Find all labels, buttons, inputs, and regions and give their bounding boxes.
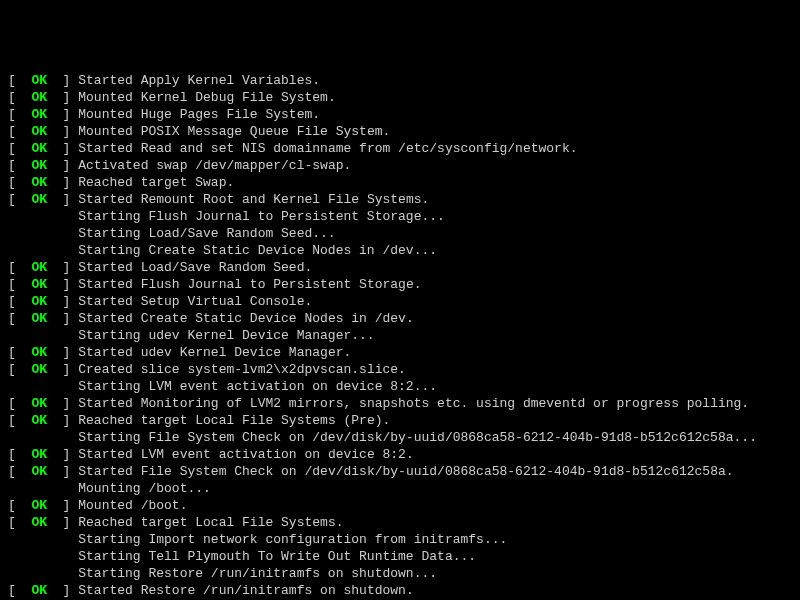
boot-log-line: [ OK ] Started Setup Virtual Console. <box>8 293 792 310</box>
boot-log-line: [ OK ] Started Load/Save Random Seed. <box>8 259 792 276</box>
status-bracket-close: ] <box>47 413 78 428</box>
status-ok: OK <box>31 345 47 360</box>
status-bracket-close: ] <box>47 277 78 292</box>
status-bracket-close: ] <box>47 175 78 190</box>
status-ok: OK <box>31 158 47 173</box>
status-bracket-open: [ <box>8 362 31 377</box>
boot-message: Starting Tell Plymouth To Write Out Runt… <box>78 549 476 564</box>
status-bracket-close: ] <box>47 464 78 479</box>
boot-message: Started Read and set NIS domainname from… <box>78 141 577 156</box>
boot-message: Starting Flush Journal to Persistent Sto… <box>78 209 445 224</box>
boot-message: Activated swap /dev/mapper/cl-swap. <box>78 158 351 173</box>
boot-log-line: [ OK ] Created slice system-lvm2\x2dpvsc… <box>8 361 792 378</box>
status-ok: OK <box>31 277 47 292</box>
boot-message: Mounted POSIX Message Queue File System. <box>78 124 390 139</box>
status-ok: OK <box>31 260 47 275</box>
boot-message: Mounting /boot... <box>78 481 211 496</box>
boot-log-line: [ OK ] Mounted Huge Pages File System. <box>8 106 792 123</box>
boot-message: Mounted Kernel Debug File System. <box>78 90 335 105</box>
status-bracket-close: ] <box>47 260 78 275</box>
status-bracket-close: ] <box>47 141 78 156</box>
boot-message: Started LVM event activation on device 8… <box>78 447 413 462</box>
status-bracket-open: [ <box>8 192 31 207</box>
status-bracket-close: ] <box>47 515 78 530</box>
boot-log-line: Starting Load/Save Random Seed... <box>8 225 792 242</box>
boot-message: Started Apply Kernel Variables. <box>78 73 320 88</box>
boot-message: Created slice system-lvm2\x2dpvscan.slic… <box>78 362 406 377</box>
status-bracket-open: [ <box>8 498 31 513</box>
boot-log-line: [ OK ] Started Restore /run/initramfs on… <box>8 582 792 599</box>
status-bracket-open: [ <box>8 175 31 190</box>
status-bracket-close: ] <box>47 498 78 513</box>
boot-message: Started Create Static Device Nodes in /d… <box>78 311 413 326</box>
boot-message: Started udev Kernel Device Manager. <box>78 345 351 360</box>
status-bracket-open: [ <box>8 413 31 428</box>
status-bracket-close: ] <box>47 90 78 105</box>
status-indent <box>8 549 78 564</box>
boot-message: Started Setup Virtual Console. <box>78 294 312 309</box>
status-bracket-close: ] <box>47 345 78 360</box>
boot-log-line: Starting LVM event activation on device … <box>8 378 792 395</box>
status-ok: OK <box>31 141 47 156</box>
boot-message: Starting LVM event activation on device … <box>78 379 437 394</box>
boot-log-line: [ OK ] Started udev Kernel Device Manage… <box>8 344 792 361</box>
status-ok: OK <box>31 175 47 190</box>
status-bracket-open: [ <box>8 345 31 360</box>
boot-log-line: [ OK ] Mounted /boot. <box>8 497 792 514</box>
boot-log-line: [ OK ] Started Monitoring of LVM2 mirror… <box>8 395 792 412</box>
status-indent <box>8 481 78 496</box>
status-bracket-close: ] <box>47 124 78 139</box>
boot-log-line: Starting Tell Plymouth To Write Out Runt… <box>8 548 792 565</box>
boot-log-line: [ OK ] Started Apply Kernel Variables. <box>8 72 792 89</box>
status-bracket-open: [ <box>8 260 31 275</box>
status-indent <box>8 328 78 343</box>
status-bracket-close: ] <box>47 362 78 377</box>
boot-message: Started Load/Save Random Seed. <box>78 260 312 275</box>
status-bracket-close: ] <box>47 294 78 309</box>
status-bracket-open: [ <box>8 141 31 156</box>
status-bracket-open: [ <box>8 107 31 122</box>
boot-log-line: [ OK ] Started Remount Root and Kernel F… <box>8 191 792 208</box>
status-ok: OK <box>31 124 47 139</box>
boot-log-line: Starting udev Kernel Device Manager... <box>8 327 792 344</box>
status-indent <box>8 243 78 258</box>
boot-message: Started Remount Root and Kernel File Sys… <box>78 192 429 207</box>
status-indent <box>8 379 78 394</box>
boot-log-line: [ OK ] Reached target Local File Systems… <box>8 514 792 531</box>
status-ok: OK <box>31 447 47 462</box>
boot-message: Reached target Local File Systems. <box>78 515 343 530</box>
boot-message: Reached target Swap. <box>78 175 234 190</box>
status-ok: OK <box>31 396 47 411</box>
status-indent <box>8 430 78 445</box>
status-bracket-close: ] <box>47 107 78 122</box>
status-ok: OK <box>31 362 47 377</box>
status-bracket-close: ] <box>47 447 78 462</box>
status-indent <box>8 209 78 224</box>
boot-message: Mounted /boot. <box>78 498 187 513</box>
boot-message: Started File System Check on /dev/disk/b… <box>78 464 733 479</box>
boot-log-line: [ OK ] Started Create Static Device Node… <box>8 310 792 327</box>
boot-log-line: Mounting /boot... <box>8 480 792 497</box>
status-ok: OK <box>31 583 47 598</box>
boot-log-line: [ OK ] Mounted POSIX Message Queue File … <box>8 123 792 140</box>
status-ok: OK <box>31 192 47 207</box>
status-bracket-close: ] <box>47 583 78 598</box>
status-bracket-open: [ <box>8 583 31 598</box>
status-bracket-open: [ <box>8 311 31 326</box>
status-indent <box>8 532 78 547</box>
status-ok: OK <box>31 515 47 530</box>
status-bracket-open: [ <box>8 124 31 139</box>
boot-message: Started Restore /run/initramfs on shutdo… <box>78 583 413 598</box>
boot-message: Starting udev Kernel Device Manager... <box>78 328 374 343</box>
status-ok: OK <box>31 498 47 513</box>
boot-message: Starting Import network configuration fr… <box>78 532 507 547</box>
status-ok: OK <box>31 464 47 479</box>
boot-log-line: [ OK ] Mounted Kernel Debug File System. <box>8 89 792 106</box>
status-bracket-open: [ <box>8 158 31 173</box>
status-bracket-open: [ <box>8 73 31 88</box>
boot-message: Starting Restore /run/initramfs on shutd… <box>78 566 437 581</box>
boot-log-line: Starting Flush Journal to Persistent Sto… <box>8 208 792 225</box>
status-ok: OK <box>31 311 47 326</box>
status-bracket-open: [ <box>8 396 31 411</box>
status-bracket-open: [ <box>8 515 31 530</box>
